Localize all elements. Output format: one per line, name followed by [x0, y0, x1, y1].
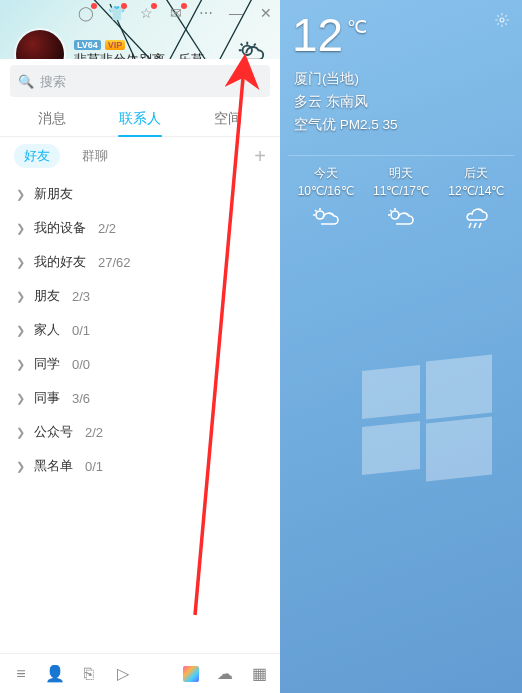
gear-icon[interactable] — [494, 12, 510, 31]
group-row[interactable]: ❯我的设备2/2 — [0, 211, 280, 245]
forecast-day[interactable]: 今天 10℃/16℃ — [288, 164, 363, 230]
menu-icon[interactable]: ≡ — [12, 665, 30, 683]
group-row[interactable]: ❯公众号2/2 — [0, 415, 280, 449]
cloud-icon[interactable]: ☁ — [216, 665, 234, 683]
partly-cloudy-icon — [386, 206, 416, 230]
partly-cloudy-icon — [311, 206, 341, 230]
group-name: 新朋友 — [34, 185, 73, 203]
medal-icon[interactable]: ◯ — [78, 5, 94, 21]
chevron-right-icon: ❯ — [16, 392, 26, 405]
weather-unit: ℃ — [347, 16, 367, 38]
chevron-right-icon: ❯ — [16, 460, 26, 473]
weather-condition: 多云 东南风 — [294, 91, 508, 114]
forecast-range: 11℃/17℃ — [363, 182, 438, 200]
chevron-right-icon: ❯ — [16, 290, 26, 303]
profile-info[interactable]: LV64 VIP 悲莫悲兮生别离，乐莫... — [74, 40, 224, 60]
vip-badge: VIP — [105, 40, 126, 50]
nickname: 悲莫悲兮生别离，乐莫... — [74, 52, 224, 60]
svg-line-10 — [474, 223, 476, 228]
group-count: 0/1 — [72, 323, 90, 338]
desktop-background: 12 ℃ 厦门(当地) 多云 东南风 空气优 PM2.5 35 今天 10℃/1… — [280, 0, 522, 693]
add-button[interactable]: + — [254, 146, 266, 166]
windows-logo — [362, 358, 492, 488]
search-icon: 🔍 — [18, 74, 34, 89]
bottom-toolbar: ≡ 👤 ⎘ ▷ ☁ ▦ — [0, 653, 280, 693]
chevron-right-icon: ❯ — [16, 324, 26, 337]
chevron-right-icon: ❯ — [16, 358, 26, 371]
forecast-range: 12℃/14℃ — [439, 182, 514, 200]
weather-location: 厦门(当地) — [294, 68, 508, 91]
group-count: 2/3 — [72, 289, 90, 304]
avatar[interactable] — [16, 30, 64, 59]
contact-subtabs: 好友 群聊 + — [0, 137, 280, 175]
chevron-right-icon: ❯ — [16, 256, 26, 269]
tab-qzone[interactable]: 空间 — [184, 110, 272, 136]
play-icon[interactable]: ▷ — [114, 665, 132, 683]
group-name: 公众号 — [34, 423, 73, 441]
weather-air: 空气优 PM2.5 35 — [294, 114, 508, 137]
tab-contacts[interactable]: 联系人 — [96, 110, 184, 136]
group-name: 黑名单 — [34, 457, 73, 475]
chevron-right-icon: ❯ — [16, 426, 26, 439]
tshirt-icon[interactable]: 👕 — [108, 5, 124, 21]
forecast-day[interactable]: 明天 11℃/17℃ — [363, 164, 438, 230]
weather-widget[interactable]: 12 ℃ 厦门(当地) 多云 东南风 空气优 PM2.5 35 今天 10℃/1… — [288, 6, 514, 230]
qq-main-panel: ◯ 👕 ☆ ✉ ⋯ — ✕ LV64 VIP 悲莫悲兮生别离，乐莫... — [0, 0, 280, 693]
close-icon[interactable]: ✕ — [258, 5, 274, 21]
group-row[interactable]: ❯我的好友27/62 — [0, 245, 280, 279]
group-name: 我的设备 — [34, 219, 86, 237]
group-name: 同事 — [34, 389, 60, 407]
friend-group-list: ❯新朋友 ❯我的设备2/2 ❯我的好友27/62 ❯朋友2/3 ❯家人0/1 ❯… — [0, 175, 280, 653]
group-row[interactable]: ❯同事3/6 — [0, 381, 280, 415]
group-count: 2/2 — [85, 425, 103, 440]
group-row[interactable]: ❯同学0/0 — [0, 347, 280, 381]
svg-line-9 — [469, 223, 471, 228]
group-row[interactable]: ❯新朋友 — [0, 177, 280, 211]
weather-forecast: 今天 10℃/16℃ 明天 11℃/17℃ 后天 12℃/14℃ — [288, 155, 514, 230]
weather-temp: 12 — [292, 12, 343, 58]
news-icon[interactable] — [183, 666, 199, 682]
group-name: 家人 — [34, 321, 60, 339]
group-row[interactable]: ❯朋友2/3 — [0, 279, 280, 313]
profile-header: ◯ 👕 ☆ ✉ ⋯ — ✕ LV64 VIP 悲莫悲兮生别离，乐莫... — [0, 0, 280, 59]
group-count: 0/1 — [85, 459, 103, 474]
search-box[interactable]: 🔍 — [10, 65, 270, 97]
group-name: 我的好友 — [34, 253, 86, 271]
weather-button[interactable] — [234, 37, 268, 59]
level-badge: LV64 — [74, 40, 101, 50]
group-count: 0/0 — [72, 357, 90, 372]
subtab-groups[interactable]: 群聊 — [82, 147, 108, 165]
group-name: 同学 — [34, 355, 60, 373]
mail-icon[interactable]: ✉ — [168, 5, 184, 21]
group-row[interactable]: ❯黑名单0/1 — [0, 449, 280, 483]
forecast-day[interactable]: 后天 12℃/14℃ — [439, 164, 514, 230]
rain-icon — [461, 206, 491, 230]
tab-messages[interactable]: 消息 — [8, 110, 96, 136]
group-row[interactable]: ❯家人0/1 — [0, 313, 280, 347]
forecast-label: 后天 — [439, 164, 514, 182]
svg-point-6 — [500, 18, 504, 22]
more-icon[interactable]: ⋯ — [198, 5, 214, 21]
forecast-label: 明天 — [363, 164, 438, 182]
group-name: 朋友 — [34, 287, 60, 305]
group-count: 3/6 — [72, 391, 90, 406]
window-titlebar: ◯ 👕 ☆ ✉ ⋯ — ✕ — [0, 0, 280, 26]
search-input[interactable] — [40, 74, 262, 89]
sun-cloud-icon — [236, 39, 266, 59]
subtab-friends[interactable]: 好友 — [14, 144, 60, 168]
apps-icon[interactable]: ▦ — [250, 665, 268, 683]
minimize-icon[interactable]: — — [228, 5, 244, 21]
main-tabs: 消息 联系人 空间 — [0, 101, 280, 137]
forecast-range: 10℃/16℃ — [288, 182, 363, 200]
chevron-right-icon: ❯ — [16, 222, 26, 235]
link-icon[interactable]: ⎘ — [80, 665, 98, 683]
star-icon[interactable]: ☆ — [138, 5, 154, 21]
svg-line-11 — [479, 223, 481, 228]
group-count: 27/62 — [98, 255, 131, 270]
chevron-right-icon: ❯ — [16, 188, 26, 201]
group-count: 2/2 — [98, 221, 116, 236]
forecast-label: 今天 — [288, 164, 363, 182]
add-contact-icon[interactable]: 👤 — [46, 665, 64, 683]
